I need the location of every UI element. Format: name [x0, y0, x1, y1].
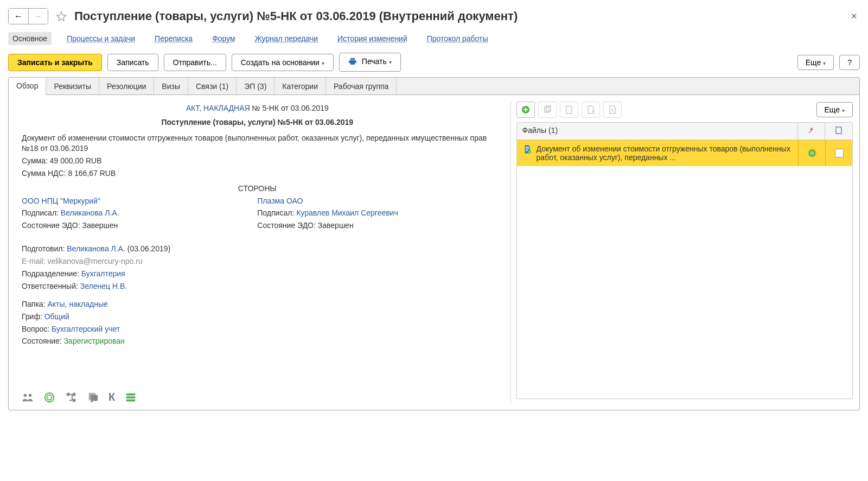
- close-icon[interactable]: ✕: [848, 9, 860, 23]
- page-title: Поступление (товары, услуги) №5-НК от 03…: [74, 9, 843, 23]
- tab-ep[interactable]: ЭП (3): [237, 78, 275, 94]
- nav-history[interactable]: История изменений: [333, 32, 412, 45]
- tab-links[interactable]: Связи (1): [188, 78, 237, 94]
- create-based-label: Создать на основании: [241, 58, 320, 67]
- back-button[interactable]: ←: [9, 9, 28, 24]
- parties-heading: СТОРОНЫ: [22, 184, 493, 193]
- files-header-name[interactable]: Файлы (1): [517, 123, 798, 140]
- main-toolbar: Записать и закрыть Записать Отправить...…: [8, 53, 860, 72]
- tab-overview[interactable]: Обзор: [9, 78, 46, 95]
- save-button[interactable]: Записать: [107, 54, 158, 71]
- files-table: Файлы (1) Документ об изменении стоимост…: [516, 122, 853, 399]
- department-link[interactable]: Бухгалтерия: [81, 269, 125, 278]
- vat-value: 8 166,67 RUB: [68, 169, 116, 178]
- send-button[interactable]: Отправить...: [164, 54, 226, 71]
- doc-description: Документ об изменении стоимости отгружен…: [22, 133, 493, 154]
- file-icon: [565, 105, 573, 114]
- file-upload-icon: [609, 105, 616, 114]
- overview-panel: АКТ, НАКЛАДНАЯ № 5-НК от 03.06.2019 Пост…: [15, 102, 500, 403]
- tab-resolutions[interactable]: Резолюции: [99, 78, 154, 94]
- nav-protocol[interactable]: Протокол работы: [423, 32, 493, 45]
- sum-value: 49 000,00 RUB: [50, 156, 102, 165]
- svg-rect-8: [836, 127, 841, 134]
- copy-icon: [543, 105, 552, 114]
- tab-bar: Обзор Реквизиты Резолюции Визы Связи (1)…: [9, 78, 859, 95]
- tab-workgroup[interactable]: Рабочая группа: [326, 78, 397, 94]
- save-close-button[interactable]: Записать и закрыть: [8, 54, 102, 71]
- chevron-down-icon: ▾: [322, 60, 324, 66]
- nav-main[interactable]: Основное: [8, 32, 52, 45]
- party2-signer[interactable]: Куравлев Михаил Сергеевич: [296, 208, 398, 217]
- vat-label: Сумма НДС:: [22, 169, 68, 178]
- party1-org[interactable]: ООО НПЦ "Меркурий": [22, 197, 100, 205]
- party-2: Плазма ОАО Подписал: Куравлев Михаил Сер…: [257, 196, 493, 233]
- more-label: Еще: [806, 58, 821, 67]
- file-checkbox[interactable]: [835, 149, 844, 157]
- print-label: Печать: [362, 57, 387, 66]
- doc-type-link[interactable]: АКТ, НАКЛАДНАЯ: [186, 104, 250, 112]
- tree-icon[interactable]: [65, 391, 77, 403]
- prepared-email: velikanova@mercury-npo.ru: [47, 257, 142, 265]
- files-panel: Еще▾ Файлы (1): [510, 102, 853, 403]
- letter-k-icon[interactable]: К: [108, 391, 115, 403]
- section-nav: Основное Процессы и задачи Переписка Фор…: [8, 32, 860, 45]
- file-button-3[interactable]: [603, 102, 622, 118]
- svg-point-1: [47, 395, 52, 400]
- folder-link[interactable]: Акты, накладные: [47, 300, 107, 308]
- doc-number: № 5-НК от 03.06.2019: [250, 104, 329, 112]
- list-icon[interactable]: [125, 391, 137, 403]
- state-link[interactable]: Зарегистрирован: [64, 337, 125, 345]
- file-button-1[interactable]: [560, 102, 578, 118]
- party1-edo-state: Завершен: [82, 221, 118, 230]
- plus-circle-icon: [521, 105, 530, 114]
- footer-toolbar: К: [22, 391, 137, 403]
- party-1: ООО НПЦ "Меркурий" Подписал: Великанова …: [22, 196, 257, 233]
- tab-visas[interactable]: Визы: [154, 78, 188, 94]
- more-button[interactable]: Еще▾: [797, 55, 834, 70]
- chevron-down-icon: ▾: [823, 60, 826, 66]
- party2-org[interactable]: Плазма ОАО: [257, 197, 303, 205]
- prepared-by[interactable]: Великанова Л.А.: [67, 244, 125, 253]
- svg-point-0: [45, 393, 54, 402]
- document-icon: [522, 144, 532, 156]
- party2-edo-state: Завершен: [318, 221, 354, 230]
- grif-link[interactable]: Общий: [44, 312, 69, 321]
- print-icon: [348, 57, 357, 67]
- nav-buttons: ← →: [8, 8, 48, 24]
- forward-button[interactable]: →: [28, 9, 48, 24]
- tab-categories[interactable]: Категории: [275, 78, 326, 94]
- copy-button[interactable]: [538, 102, 557, 118]
- chat-icon[interactable]: [87, 391, 99, 403]
- sum-label: Сумма:: [22, 156, 50, 165]
- prepared-date: (03.06.2019): [125, 244, 170, 253]
- files-more-button[interactable]: Еще▾: [816, 102, 853, 117]
- tabs-container: Обзор Реквизиты Резолюции Визы Связи (1)…: [8, 77, 860, 410]
- responsible-link[interactable]: Зеленец Н.В.: [80, 282, 127, 290]
- svg-rect-2: [126, 393, 136, 395]
- doc-title: Поступление (товары, услуги) №5-НК от 03…: [22, 118, 493, 126]
- create-based-on-button[interactable]: Создать на основании▾: [232, 54, 334, 71]
- tab-details[interactable]: Реквизиты: [46, 78, 99, 94]
- nav-forum[interactable]: Форум: [208, 32, 240, 45]
- users-icon[interactable]: [22, 391, 34, 403]
- spiral-icon[interactable]: [43, 391, 55, 403]
- nav-correspondence[interactable]: Переписка: [150, 32, 197, 45]
- file-button-2[interactable]: [582, 102, 600, 118]
- files-header-check[interactable]: [825, 123, 852, 140]
- chevron-down-icon: ▾: [389, 59, 392, 65]
- print-button[interactable]: Печать▾: [339, 53, 401, 72]
- help-button[interactable]: ?: [839, 55, 860, 70]
- favorite-star-icon[interactable]: [54, 9, 69, 24]
- file-row[interactable]: Документ об изменении стоимости отгружен…: [517, 140, 852, 166]
- page-icon: [835, 126, 843, 135]
- nav-transfer-log[interactable]: Журнал передачи: [251, 32, 322, 45]
- svg-rect-4: [126, 399, 136, 401]
- wand-icon: [807, 126, 816, 135]
- add-file-button[interactable]: [516, 102, 535, 118]
- nav-processes[interactable]: Процессы и задачи: [62, 32, 139, 45]
- party1-signer[interactable]: Великанова Л.А.: [61, 208, 119, 217]
- question-link[interactable]: Бухгалтерский учет: [52, 325, 120, 333]
- svg-rect-3: [126, 396, 136, 398]
- files-header-status[interactable]: [798, 123, 825, 140]
- status-ok-icon: [807, 148, 817, 158]
